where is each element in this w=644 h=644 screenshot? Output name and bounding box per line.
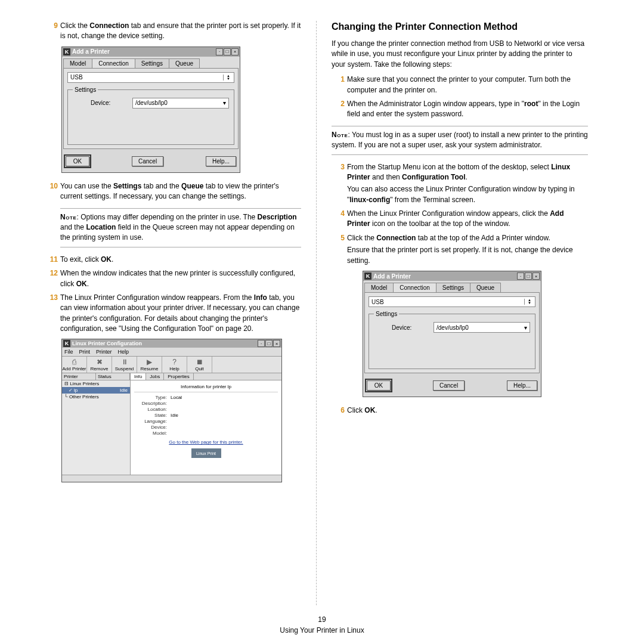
close-icon[interactable]: × [231, 48, 239, 55]
remove-icon: ✖ [87, 358, 112, 366]
quit-icon: ⏹ [187, 358, 212, 366]
note-box-right: Note: You must log in as a super user (r… [332, 126, 588, 155]
rstep-6: 6 Click OK. [332, 405, 588, 416]
step-10: 10 You can use the Settings tab and the … [45, 181, 301, 202]
menu-print[interactable]: Print [79, 349, 91, 355]
dialog-tabs: Model Connection Settings Queue [62, 57, 240, 68]
tab-queue[interactable]: Queue [470, 283, 501, 292]
maximize-icon[interactable]: □ [525, 273, 532, 280]
dialog-title: Add a Printer [72, 48, 215, 55]
fieldset-legend: Settings [73, 86, 98, 93]
maximize-icon[interactable]: □ [224, 48, 231, 55]
tab-model[interactable]: Model [364, 283, 394, 292]
rstep-4: 4 When the Linux Printer Configuration w… [332, 209, 588, 230]
ok-button[interactable]: OK [66, 156, 89, 166]
maximize-icon[interactable]: □ [265, 340, 273, 347]
col-printer[interactable]: Printer [62, 373, 96, 380]
rtab-info[interactable]: Info [131, 373, 146, 380]
section-heading: Changing the Printer Connection Method [332, 21, 588, 33]
menu-printer[interactable]: Printer [96, 349, 112, 355]
help-button[interactable]: Help... [507, 380, 537, 391]
tab-settings[interactable]: Settings [436, 283, 470, 292]
tree-other[interactable]: └ Other Printers [62, 394, 130, 400]
connection-type-select[interactable]: USB ▲▼ [369, 296, 535, 307]
step-num-10: 10 [45, 181, 58, 191]
dialog-title: Add a Printer [373, 273, 516, 280]
tree-lp[interactable]: ✓ lpIdle [62, 387, 130, 394]
cancel-button[interactable]: Cancel [433, 380, 465, 391]
help-icon: ? [162, 358, 187, 366]
tree-linux-printers[interactable]: ⊟ Linux Printers [62, 380, 130, 387]
step-12: 12 When the window indicates that the ne… [45, 268, 301, 289]
minimize-icon[interactable]: · [258, 340, 265, 347]
device-select[interactable]: /dev/usb/lp0 ▾ [132, 98, 229, 109]
menu-file[interactable]: File [64, 349, 73, 355]
connection-type-select[interactable]: USB ▲▼ [67, 72, 234, 83]
tool-resume[interactable]: ▶Resume [137, 357, 162, 373]
minimize-icon[interactable]: · [216, 48, 223, 55]
dialog-body: USB ▲▼ Settings Device: /dev/usb/lp0 ▾ [63, 68, 239, 149]
tool-help[interactable]: ?Help [162, 357, 187, 373]
menu-help[interactable]: Help [118, 349, 129, 355]
tool-quit[interactable]: ⏹Quit [187, 357, 212, 373]
ok-button[interactable]: OK [367, 380, 391, 391]
step-13: 13 The Linux Printer Configuration windo… [45, 293, 301, 335]
settings-fieldset: Settings Device: /dev/usb/lp0 ▾ [67, 86, 234, 145]
rstep-1: 1 Make sure that you connect the printer… [332, 75, 588, 95]
step-num-9: 9 [45, 21, 58, 31]
add-printer-dialog-left: K Add a Printer · □ × Model Connection S… [61, 47, 240, 173]
step-11: 11 To exit, click OK. [45, 255, 301, 265]
suspend-icon: ⏸ [112, 358, 137, 366]
tab-queue[interactable]: Queue [169, 58, 200, 68]
step-num-11: 11 [45, 255, 58, 265]
footer-text: Using Your Printer in Linux [0, 625, 644, 636]
minimize-icon[interactable]: · [517, 273, 524, 280]
toolbar: ⎙Add Printer ✖Remove ⏸Suspend ▶Resume ?H… [62, 357, 281, 373]
intro-paragraph: If you change the printer connection met… [332, 39, 588, 70]
device-label: Device: [91, 100, 126, 106]
note-box-left: Note: Options may differ depending on th… [60, 208, 301, 247]
step-num-13: 13 [45, 293, 58, 303]
tab-connection[interactable]: Connection [393, 283, 436, 292]
step-num-12: 12 [45, 268, 58, 278]
rtab-properties[interactable]: Properties [164, 373, 193, 380]
tab-connection[interactable]: Connection [92, 58, 135, 68]
dialog-titlebar: K Add a Printer · □ × [62, 47, 240, 57]
chevron-down-icon[interactable]: ▾ [223, 100, 226, 106]
close-icon[interactable]: × [273, 340, 280, 347]
tab-model[interactable]: Model [63, 58, 92, 68]
menu-bar: File Print Printer Help [62, 348, 281, 357]
note-label: Note [60, 213, 77, 221]
k-logo-icon: K [63, 340, 70, 347]
spinner-icon[interactable]: ▲▼ [223, 75, 231, 80]
column-divider [316, 21, 317, 605]
tool-remove[interactable]: ✖Remove [87, 357, 112, 373]
close-icon[interactable]: × [532, 273, 540, 280]
k-logo-icon: K [364, 273, 371, 280]
device-select[interactable]: /dev/usb/lp0 ▾ [434, 322, 530, 333]
tool-add-printer[interactable]: ⎙Add Printer [62, 357, 87, 373]
page-number: 19 [0, 614, 644, 625]
cancel-button[interactable]: Cancel [132, 156, 163, 166]
rtab-jobs[interactable]: Jobs [146, 373, 164, 380]
chevron-down-icon[interactable]: ▾ [524, 324, 527, 331]
tool-suspend[interactable]: ⏸Suspend [112, 357, 137, 373]
spinner-icon[interactable]: ▲▼ [524, 299, 532, 305]
config-title: Linux Printer Configuration [72, 340, 257, 346]
k-logo-icon: K [63, 48, 70, 55]
settings-fieldset: Settings Device: /dev/usb/lp0 ▾ [369, 311, 535, 369]
printer-add-icon: ⎙ [62, 358, 86, 366]
add-printer-dialog-right: K Add a Printer · □ × Model Connection S… [363, 271, 541, 397]
step-9: 9 Click the Connection tab and ensure th… [45, 21, 301, 42]
web-page-link[interactable]: Go to the Web page for this printer. [134, 439, 278, 445]
col-status[interactable]: Status [96, 373, 130, 380]
page-footer: 19 Using Your Printer in Linux [0, 614, 644, 636]
linux-print-logo: Linux Print [191, 448, 221, 458]
info-header: Information for printer lp [134, 383, 278, 392]
tab-settings[interactable]: Settings [135, 58, 169, 68]
resume-icon: ▶ [137, 358, 162, 366]
help-button[interactable]: Help... [206, 156, 236, 166]
status-bar [62, 475, 281, 482]
config-window: K Linux Printer Configuration · □ × File… [61, 339, 282, 482]
rstep-3: 3 From the Startup Menu icon at the bott… [332, 162, 588, 206]
